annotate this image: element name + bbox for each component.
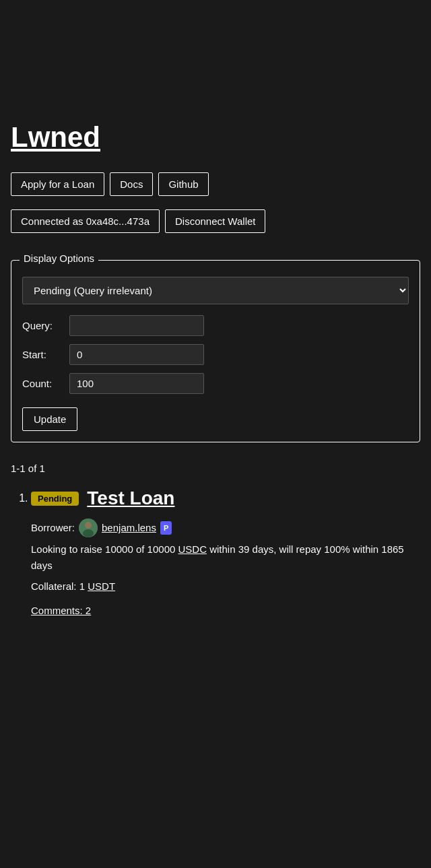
start-input[interactable] [69,344,204,365]
borrower-avatar [79,519,98,537]
query-row: Query: [22,315,409,336]
loan-item: Pending Test Loan Borrower: benjam.lens … [31,488,420,619]
results-summary: 1-1 of 1 [11,463,420,474]
display-options-panel: Display Options Pending (Query irrelevan… [11,260,420,442]
main-content: Display Options Pending (Query irrelevan… [0,260,431,619]
display-options-legend: Display Options [20,253,98,264]
svg-point-2 [83,529,94,537]
disconnect-wallet-button[interactable]: Disconnect Wallet [165,209,266,233]
svg-point-1 [85,522,92,529]
update-button[interactable]: Update [22,407,77,431]
github-button[interactable]: Github [158,172,208,196]
borrower-name[interactable]: benjam.lens [102,519,156,537]
query-label: Query: [22,320,63,331]
start-row: Start: [22,344,409,365]
count-row: Count: [22,373,409,394]
loan-list: Pending Test Loan Borrower: benjam.lens … [11,488,420,619]
nav-buttons: Apply for a Loan Docs Github [11,172,420,196]
status-badge: Pending [31,492,79,506]
docs-button[interactable]: Docs [110,172,153,196]
query-input[interactable] [69,315,204,336]
borrower-label: Borrower: [31,519,75,537]
loan-description: Looking to raise 10000 of 10000 USDC wit… [31,541,420,574]
status-select[interactable]: Pending (Query irrelevant) Active Repaid… [22,277,409,304]
comments-link[interactable]: Comments: 2 [31,602,420,620]
loan-details: Borrower: benjam.lens P Looking to raise… [31,519,420,619]
app-title: Lwned [11,121,420,154]
usdc-token-link[interactable]: USDC [178,543,207,555]
loan-title[interactable]: Test Loan [87,488,174,509]
p-badge: P [160,521,172,535]
apply-for-loan-button[interactable]: Apply for a Loan [11,172,104,196]
borrower-row: Borrower: benjam.lens P [31,519,420,537]
start-label: Start: [22,349,63,360]
count-input[interactable] [69,373,204,394]
wallet-section: Connected as 0xa48c...473a Disconnect Wa… [11,209,420,233]
collateral-row: Collateral: 1 USDT [31,578,420,595]
loan-item-header: Pending Test Loan [31,488,420,509]
usdt-token-link[interactable]: USDT [88,580,115,592]
wallet-connected-label: Connected as 0xa48c...473a [11,209,160,233]
count-label: Count: [22,378,63,389]
